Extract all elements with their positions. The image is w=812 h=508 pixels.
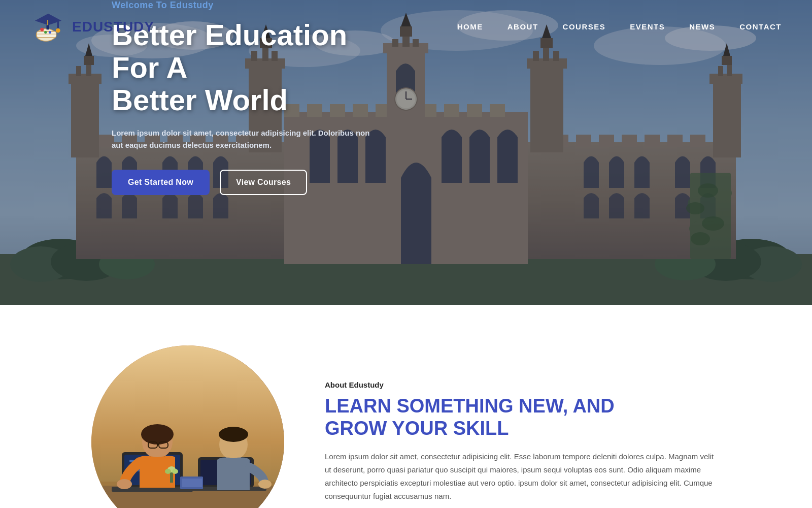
svg-point-136	[165, 469, 171, 474]
svg-rect-7	[47, 25, 49, 30]
nav-link-courses[interactable]: COURSES	[563, 22, 606, 31]
nav-item-home[interactable]: HOME	[457, 22, 483, 31]
about-title-line2: GROW YOUR SKILL	[325, 418, 509, 439]
svg-point-124	[141, 424, 174, 444]
svg-point-5	[56, 28, 60, 33]
navbar: EDUSTUDY HOME ABOUT COURSES EVENTS NEWS …	[0, 0, 812, 54]
nav-link-home[interactable]: HOME	[457, 22, 483, 31]
nav-links: HOME ABOUT COURSES EVENTS NEWS CONTACT	[457, 22, 782, 31]
nav-item-contact[interactable]: CONTACT	[739, 22, 782, 31]
svg-point-9	[44, 31, 47, 34]
about-title-line1: LEARN SOMETHING NEW, AND	[325, 395, 615, 417]
nav-link-contact[interactable]: CONTACT	[739, 22, 782, 31]
svg-point-10	[49, 31, 51, 34]
about-image-svg	[91, 345, 284, 508]
svg-rect-133	[182, 479, 202, 487]
nav-item-events[interactable]: EVENTS	[630, 22, 665, 31]
nav-item-about[interactable]: ABOUT	[507, 22, 538, 31]
svg-point-128	[117, 479, 132, 489]
nav-item-courses[interactable]: COURSES	[563, 22, 606, 31]
nav-link-events[interactable]: EVENTS	[630, 22, 665, 31]
about-content: About Edustudy LEARN SOMETHING NEW, AND …	[325, 380, 721, 503]
nav-item-news[interactable]: NEWS	[689, 22, 715, 31]
svg-point-8	[40, 28, 44, 31]
hero-title-line2: Better World	[112, 83, 288, 116]
logo-area: EDUSTUDY	[30, 9, 154, 45]
get-started-button[interactable]: Get Started Now	[112, 170, 210, 195]
nav-link-news[interactable]: NEWS	[689, 22, 715, 31]
svg-point-137	[172, 469, 178, 474]
about-label: About Edustudy	[325, 380, 721, 389]
hero-description: Lorem ipsum dolor sit amet, consectetur …	[112, 127, 376, 151]
nav-link-about[interactable]: ABOUT	[507, 22, 538, 31]
svg-point-130	[219, 427, 248, 442]
about-title: LEARN SOMETHING NEW, AND GROW YOUR SKILL	[325, 395, 721, 439]
svg-point-131	[258, 480, 272, 489]
brand-name: EDUSTUDY	[72, 19, 154, 35]
about-image	[91, 345, 284, 508]
view-courses-button[interactable]: View Courses	[220, 170, 307, 195]
about-section: About Edustudy LEARN SOMETHING NEW, AND …	[0, 305, 812, 508]
logo-icon	[30, 9, 66, 45]
hero-buttons: Get Started Now View Courses	[112, 170, 381, 195]
about-description: Lorem ipsum dolor sit amet, consectetur …	[325, 450, 721, 503]
